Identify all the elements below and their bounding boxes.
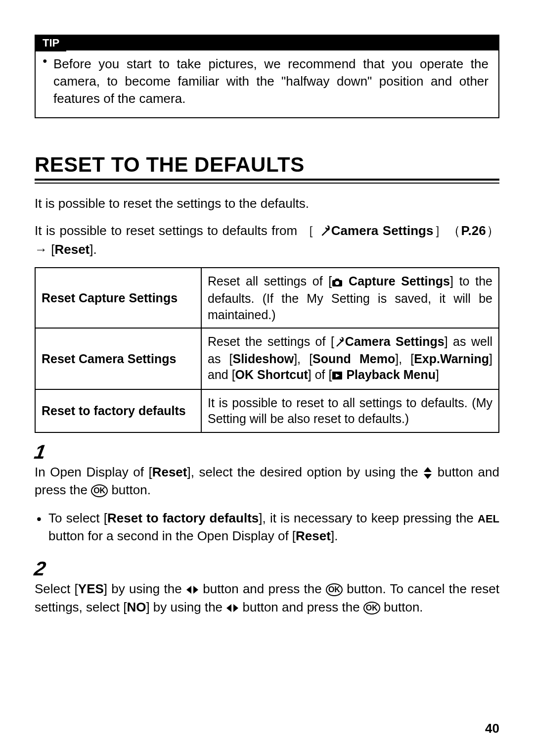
step-1-text: In Open Display of [Reset], select the d… [35,463,499,499]
text: ], select the desired option by using th… [187,465,423,479]
text: ] [436,368,439,381]
tip-body: Before you start to take pictures, we re… [36,50,498,117]
section-rule [35,179,499,184]
left-right-arrows-icon [186,581,199,596]
wrench-icon [334,334,345,351]
text: Reset the settings of [ [208,334,334,348]
text: To select [ [48,511,107,525]
up-down-arrows-icon [423,465,433,479]
text: ] by using the [104,581,186,596]
ael-button-label: AEL [478,513,499,525]
text: ］（ [433,223,461,238]
svg-marker-4 [186,586,191,594]
table-row: Reset Capture Settings Reset all setting… [35,268,499,328]
svg-marker-7 [233,604,238,612]
text: ]. [89,242,96,257]
ok-button-icon: OK [91,484,108,497]
row-description: Reset all settings of [ Capture Settings… [201,268,499,328]
text: ], [ [294,352,312,366]
tip-label: TIP [36,35,66,51]
row-label: Reset Capture Settings [35,268,201,328]
text-bold: OK Shortcut [235,368,308,381]
text-bold: Exp.Warning [414,352,489,366]
step-2-text: Select [YES] by using the button and pre… [35,580,499,616]
svg-marker-2 [424,467,432,472]
left-right-arrows-icon [226,600,239,614]
text-bold: Reset to factory defaults [107,511,259,525]
tip-header-bar: TIP [36,36,498,50]
row-description: Reset the settings of [Camera Settings] … [201,328,499,389]
text: ], it is necessary to keep pressing the [259,511,478,525]
text-bold: Reset [152,465,187,479]
row-label: Reset to factory defaults [35,389,201,432]
table-row: Reset Camera Settings Reset the settings… [35,328,499,389]
text: It is possible to reset settings to defa… [35,223,315,238]
text-bold: Reset [296,528,331,543]
text-bold: YES [78,581,104,596]
note-bullet: To select [Reset to factory defaults], i… [35,509,499,545]
text: button and press the [239,600,363,614]
text: button and press the [199,581,326,596]
intro-paragraph-2: It is possible to reset settings to defa… [35,222,499,259]
step-number-1: 1 [33,441,47,463]
text: button. [111,482,151,497]
wrench-icon [319,223,331,240]
text: button for a second in the Open Display … [48,528,296,543]
intro-paragraph-1: It is possible to reset the settings to … [35,194,499,212]
text-bold: Camera Settings [345,334,445,348]
tip-text: Before you start to take pictures, we re… [53,55,489,107]
step-number-2: 2 [33,558,47,580]
text: ] of [ [308,368,332,381]
text: ] by using the [146,600,226,614]
reset-options-table: Reset Capture Settings Reset all setting… [35,267,499,432]
document-page: TIP Before you start to take pictures, w… [0,0,534,756]
text: ], [ [395,352,414,366]
tip-box: TIP Before you start to take pictures, w… [35,35,499,118]
text-bold: Camera Settings [331,223,434,238]
ok-button-icon: OK [326,583,343,596]
text-bold: Reset [54,242,89,257]
svg-marker-5 [193,586,198,594]
text-bold: Playback Menu [343,368,436,381]
svg-marker-6 [226,604,231,612]
row-label: Reset Camera Settings [35,328,201,389]
camera-icon [332,275,343,291]
text-bold: Capture Settings [343,274,450,288]
row-description: It is possible to reset to all settings … [201,389,499,432]
text: ]. [331,528,338,543]
text-bold: Sound Memo [312,352,395,366]
section-title: RESET TO THE DEFAULTS [35,153,499,177]
text-bold: NO [127,600,146,614]
page-number: 40 [485,721,499,736]
text: Reset all settings of [ [208,274,332,288]
ok-button-icon: OK [363,602,380,614]
playback-icon [332,368,343,384]
svg-marker-3 [424,474,432,479]
table-row: Reset to factory defaults It is possible… [35,389,499,432]
text-bold: Slideshow [232,352,294,366]
text-bold: P.26 [461,223,486,238]
text: In Open Display of [ [35,465,152,479]
text: button. [384,600,423,614]
text: Select [ [35,581,78,596]
